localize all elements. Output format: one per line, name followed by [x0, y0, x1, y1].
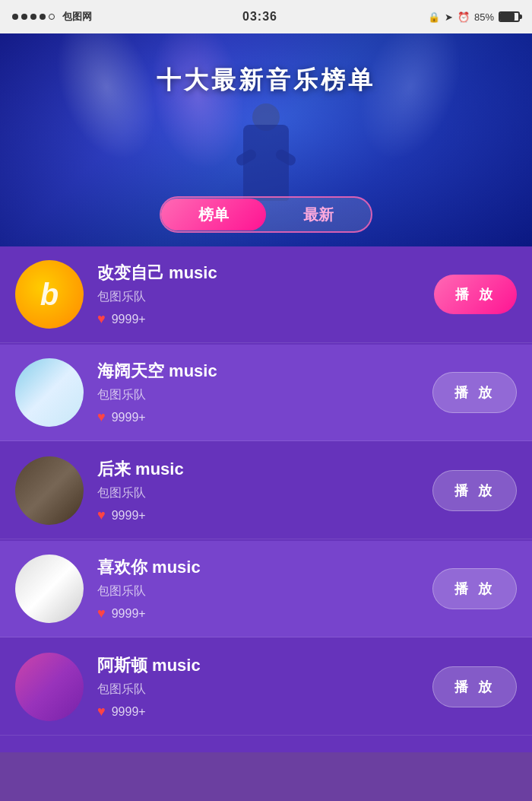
heart-icon-5: ♥ — [97, 704, 106, 720]
signal-dot-1 — [12, 14, 18, 20]
likes-count-1: 9999+ — [112, 313, 146, 326]
thumb-logo-1: b — [40, 278, 59, 312]
signal-dot-3 — [30, 14, 36, 20]
song-title-5: 阿斯顿 music — [97, 654, 432, 677]
song-artist-2: 包图乐队 — [97, 387, 432, 403]
song-thumb-1: b — [15, 260, 84, 329]
likes-count-3: 9999+ — [112, 509, 146, 523]
battery-icon — [499, 11, 520, 22]
song-info-2: 海阔天空 music 包图乐队 ♥ 9999+ — [97, 360, 432, 425]
play-button-4[interactable]: 播 放 — [432, 568, 517, 609]
status-right: 🔒 ➤ ⏰ 85% — [428, 11, 520, 23]
tab-zuixin[interactable]: 最新 — [266, 199, 371, 230]
signal-dot-5 — [49, 14, 55, 20]
song-info-3: 后来 music 包图乐队 ♥ 9999+ — [97, 458, 432, 523]
song-list: b 改变自己 music 包图乐队 ♥ 9999+ 播 放 海阔天空 music… — [0, 246, 532, 752]
song-artist-4: 包图乐队 — [97, 583, 432, 599]
song-info-5: 阿斯顿 music 包图乐队 ♥ 9999+ — [97, 654, 432, 720]
song-likes-5: ♥ 9999+ — [97, 704, 432, 720]
song-likes-4: ♥ 9999+ — [97, 606, 432, 621]
song-item-2: 海阔天空 music 包图乐队 ♥ 9999+ 播 放 — [0, 345, 532, 441]
song-thumb-3 — [15, 456, 84, 525]
heart-icon-3: ♥ — [97, 507, 106, 523]
song-item-4: 喜欢你 music 包图乐队 ♥ 9999+ 播 放 — [0, 541, 532, 637]
song-thumb-4 — [15, 555, 84, 623]
song-title-1: 改变自己 music — [97, 262, 434, 284]
song-info-4: 喜欢你 music 包图乐队 ♥ 9999+ — [97, 556, 432, 621]
song-info-1: 改变自己 music 包图乐队 ♥ 9999+ — [97, 262, 434, 327]
status-left: 包图网 — [12, 10, 92, 24]
hero-title: 十大最新音乐榜单 — [157, 64, 375, 97]
song-title-2: 海阔天空 music — [97, 360, 432, 383]
lock-icon: 🔒 — [428, 11, 440, 23]
song-item-3: 后来 music 包图乐队 ♥ 9999+ 播 放 — [0, 443, 532, 539]
alarm-icon: ⏰ — [458, 11, 470, 23]
song-thumb-2 — [15, 358, 84, 427]
play-button-2[interactable]: 播 放 — [432, 372, 517, 413]
tab-bangdan[interactable]: 榜单 — [161, 199, 266, 230]
status-time: 03:36 — [242, 10, 277, 24]
hero-banner: 十大最新音乐榜单 榜单 最新 — [0, 33, 532, 246]
battery-percent: 85% — [474, 11, 494, 23]
song-thumb-5 — [15, 653, 84, 721]
signal-dot-4 — [40, 14, 46, 20]
signal-dot-2 — [21, 14, 27, 20]
likes-count-2: 9999+ — [112, 411, 146, 424]
status-bar: 包图网 03:36 🔒 ➤ ⏰ 85% — [0, 0, 532, 33]
carrier-name: 包图网 — [62, 10, 92, 24]
play-button-3[interactable]: 播 放 — [432, 470, 517, 511]
play-button-5[interactable]: 播 放 — [432, 666, 517, 707]
likes-count-5: 9999+ — [112, 705, 146, 719]
song-artist-5: 包图乐队 — [97, 682, 432, 698]
location-icon: ➤ — [445, 11, 453, 23]
song-artist-1: 包图乐队 — [97, 289, 434, 305]
song-item-5: 阿斯顿 music 包图乐队 ♥ 9999+ 播 放 — [0, 639, 532, 736]
play-button-1[interactable]: 播 放 — [434, 275, 517, 314]
likes-count-4: 9999+ — [112, 607, 146, 621]
song-likes-3: ♥ 9999+ — [97, 507, 432, 523]
song-likes-1: ♥ 9999+ — [97, 311, 434, 327]
heart-icon-2: ♥ — [97, 409, 106, 425]
song-item-1: b 改变自己 music 包图乐队 ♥ 9999+ 播 放 — [0, 246, 532, 343]
heart-icon-4: ♥ — [97, 606, 106, 621]
performer-body — [243, 125, 289, 201]
battery-fill — [500, 13, 515, 21]
song-title-3: 后来 music — [97, 458, 432, 481]
heart-icon-1: ♥ — [97, 311, 106, 327]
song-artist-3: 包图乐队 — [97, 485, 432, 501]
song-likes-2: ♥ 9999+ — [97, 409, 432, 425]
song-title-4: 喜欢你 music — [97, 556, 432, 579]
tab-bar: 榜单 最新 — [160, 196, 372, 233]
performer-silhouette — [213, 79, 319, 201]
